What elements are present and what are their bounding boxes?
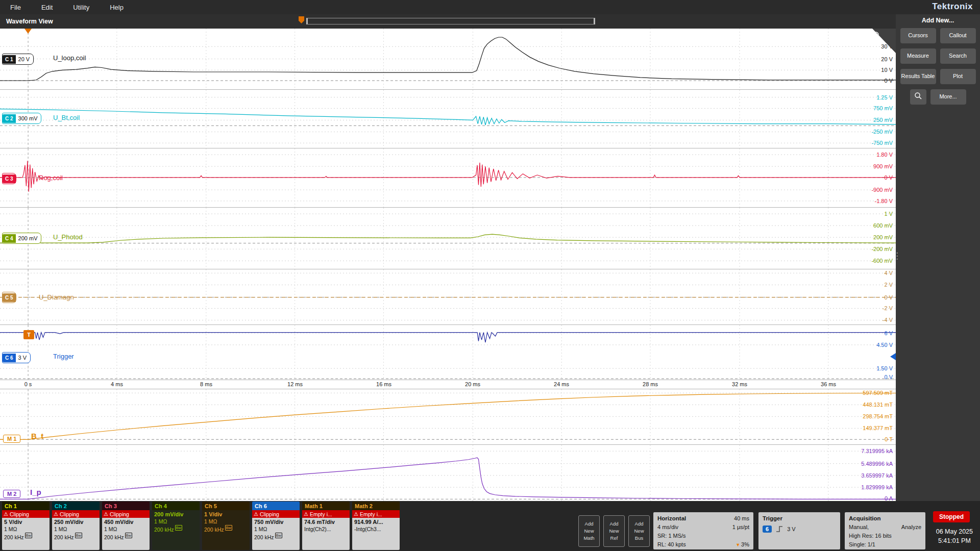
horizontal-span: 40 ms	[734, 515, 749, 521]
badge-ch6[interactable]: Ch 6 ⚠Clipping 750 mV/div 1 MΩ 200 kHzBw	[252, 502, 300, 550]
waveform-slice-ch3[interactable]: C 3 Rog,coil 1.80 V 900 mV 0 V -900 mV -…	[0, 148, 896, 208]
waveform-slice-ch6[interactable]: T C 6 3 V Trigger 6 V 4.50 V 1.50 V 0 V	[0, 325, 896, 380]
warning-icon: ⚠	[304, 512, 308, 517]
plot-button[interactable]: Plot	[940, 69, 976, 84]
channel-badge-c5[interactable]: C 5	[2, 292, 16, 303]
menu-edit[interactable]: Edit	[41, 4, 53, 11]
trigger-panel[interactable]: Trigger 6 3 V	[758, 512, 840, 549]
badge-scale: 750 mV/div	[252, 518, 300, 525]
menu-bar: File Edit Utility Help Tektronix	[0, 0, 980, 14]
badge-formula: Intg(Ch2)...	[302, 525, 350, 532]
waveform-slice-ch5[interactable]: C 5 U_Diamagn 4 V 2 V 0 V -2 V -4 V	[0, 269, 896, 325]
badge-formula: -Intg(Ch3...	[352, 525, 400, 532]
badge-bandwidth: 200 kHzBw	[102, 532, 150, 540]
measure-button[interactable]: Measure	[900, 48, 936, 64]
waveform-slice-math2[interactable]: M 2 I_p 7.319995 kA 5.489996 kA 3.659997…	[0, 445, 896, 501]
results-table-button[interactable]: Results Table	[900, 69, 936, 84]
badge-tab[interactable]: Ch 2	[52, 502, 100, 510]
math-label-m2[interactable]: I_p	[30, 488, 41, 496]
time-tick-label: 16 ms	[376, 381, 391, 387]
math-badge-m1[interactable]: M 1	[3, 435, 20, 443]
bandwidth-icon: Bw	[25, 533, 32, 538]
trigger-source-marker[interactable]: T	[23, 330, 34, 339]
zoom-icon-button[interactable]	[910, 89, 926, 105]
acquisition-pan-bar[interactable]	[306, 18, 595, 24]
channel-badge-c4[interactable]: C 4 200 mV	[2, 233, 41, 244]
waveform-slice-ch2[interactable]: C 2 300 mV U_Bt,coil 1.25 V 750 mV 250 m…	[0, 90, 896, 148]
run-state-badge[interactable]: Stopped	[933, 511, 970, 522]
channel-scale-value-c4: 200 mV	[18, 235, 38, 241]
menu-utility[interactable]: Utility	[73, 4, 89, 11]
acquisition-panel[interactable]: Acquisition Manual,Analyze High Res: 16 …	[845, 512, 925, 549]
badge-tab[interactable]: Ch 5	[202, 502, 250, 510]
badge-ch1[interactable]: Ch 1 ⚠Clipping 5 V/div 1 MΩ 200 kHzBw	[2, 502, 50, 550]
scale-label: 1 V	[884, 211, 893, 217]
badge-ch2[interactable]: Ch 2 ⚠Clipping 250 mV/div 1 MΩ 200 kHzBw	[52, 502, 100, 550]
callout-button[interactable]: Callout	[940, 28, 976, 43]
waveform-slice-ch4[interactable]: C 4 200 mV U_Photod 1 V 600 mV 200 mV -2…	[0, 208, 896, 269]
search-button[interactable]: Search	[940, 48, 976, 64]
channel-label-c6[interactable]: Trigger	[53, 353, 74, 360]
cursors-button[interactable]: Cursors	[900, 28, 936, 43]
trigger-level: 3 V	[787, 526, 796, 532]
add-new-math-button[interactable]: AddNewMath	[578, 515, 600, 547]
more-button[interactable]: More...	[930, 89, 966, 105]
channel-label-c4[interactable]: U_Photod	[53, 233, 83, 241]
badge-math1[interactable]: Math 1 ⚠Empty i... 74.6 mT/div Intg(Ch2)…	[302, 502, 350, 550]
scale-label: 3.659997 kA	[861, 472, 893, 479]
waveform-slice-ch1[interactable]: C 1 20 V U_loop,coil 30 V 20 V 10 V 0 V	[0, 29, 896, 90]
menu-help[interactable]: Help	[110, 4, 124, 11]
badge-tab[interactable]: Ch 3	[102, 502, 150, 510]
badge-tab[interactable]: Ch 1	[2, 502, 50, 510]
channel-badge-c2[interactable]: C 2 300 mV	[2, 113, 41, 124]
channel-chip-c2: C 2	[3, 114, 16, 123]
channel-label-c2[interactable]: U_Bt,coil	[53, 114, 80, 121]
scale-label: -1.80 V	[875, 198, 893, 204]
badge-ch5[interactable]: Ch 5 1 V/div 1 MΩ 200 kHzBw	[202, 502, 250, 550]
add-new-ref-button[interactable]: AddNewRef	[603, 515, 625, 547]
channel-badge-c6[interactable]: C 6 3 V	[2, 352, 31, 363]
scale-label: 448.131 mT	[863, 402, 893, 408]
bandwidth-icon: Bw	[175, 525, 182, 531]
channel-label-c1[interactable]: U_loop,coil	[53, 54, 86, 62]
badge-math2[interactable]: Math 2 ⚠Empty i... 914.99 A/... -Intg(Ch…	[352, 502, 400, 550]
badge-ch4[interactable]: Ch 4 200 mV/div 1 MΩ 200 kHzBw	[152, 502, 200, 550]
clipping-warning: ⚠Clipping	[252, 510, 300, 518]
badge-ch3[interactable]: Ch 3 ⚠Clipping 450 mV/div 1 MΩ 200 kHzBw	[102, 502, 150, 550]
channel-chip-c4: C 4	[3, 234, 16, 243]
math-label-m1[interactable]: B_t	[31, 432, 43, 440]
channel-label-c3[interactable]: Rog,coil	[39, 174, 63, 182]
channel-badge-c3[interactable]: C 3	[2, 173, 16, 184]
channel-badge-c1[interactable]: C 1 20 V	[2, 54, 34, 65]
expansion-point-flag-icon[interactable]	[299, 16, 304, 23]
badge-impedance: 1 MΩ	[102, 525, 150, 532]
scale-label: 20 V	[881, 56, 893, 62]
trigger-level-arrow-icon[interactable]	[890, 353, 896, 360]
waveform-slice-math1[interactable]: M 1 B_t 597.509 mT 448.131 mT 298.754 mT…	[0, 389, 896, 445]
channel-label-c5[interactable]: U_Diamagn	[39, 293, 74, 301]
badge-scale: 74.6 mT/div	[302, 518, 350, 525]
badge-tab[interactable]: Ch 6	[252, 502, 300, 510]
vertical-scale-c3: 1.80 V 900 mV 0 V -900 mV -1.80 V	[842, 148, 893, 207]
horizontal-panel[interactable]: Horizontal40 ms 4 ms/div1 μs/pt SR: 1 MS…	[653, 512, 753, 549]
menu-file[interactable]: File	[10, 4, 21, 11]
scale-label: -900 mV	[871, 187, 893, 193]
bandwidth-icon: Bw	[275, 533, 282, 538]
vertical-scale-m1: 597.509 mT 448.131 mT 298.754 mT 149.377…	[842, 389, 893, 444]
datetime: 06 May 2025 5:41:01 PM	[936, 528, 973, 545]
clipping-warning: ⚠Clipping	[102, 510, 150, 518]
badge-tab[interactable]: Ch 4	[152, 502, 200, 510]
badge-tab[interactable]: Math 1	[302, 502, 350, 510]
math-badge-m2[interactable]: M 2	[3, 490, 20, 498]
add-new-bus-button[interactable]: AddNewBus	[628, 515, 650, 547]
trigger-position-icon[interactable]	[24, 29, 32, 34]
channel-badge-strip: Ch 1 ⚠Clipping 5 V/div 1 MΩ 200 kHzBw Ch…	[2, 502, 400, 550]
scale-label: 900 mV	[873, 163, 893, 169]
badge-tab[interactable]: Math 2	[352, 502, 400, 510]
badge-scale: 1 V/div	[202, 510, 250, 517]
bottom-bar: Ch 1 ⚠Clipping 5 V/div 1 MΩ 200 kHzBw Ch…	[0, 501, 980, 551]
warning-icon: ⚠	[54, 512, 58, 517]
waveform-plot-math2	[0, 445, 896, 501]
tektronix-logo: Tektronix	[932, 2, 973, 12]
time-tick-label: 20 ms	[465, 381, 480, 387]
